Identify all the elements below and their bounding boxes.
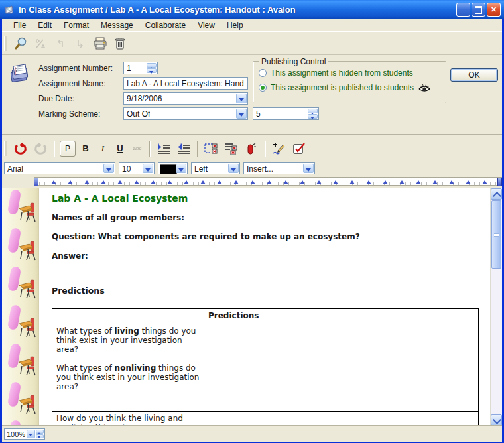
number-spinner[interactable] [147, 63, 157, 73]
tab-stop-marker[interactable] [101, 178, 106, 184]
decorative-margin [2, 188, 39, 426]
tab-stop-marker[interactable] [300, 178, 305, 184]
outdent-icon[interactable] [175, 140, 192, 157]
tab-stop-marker[interactable] [68, 178, 73, 184]
vertical-scrollbar[interactable] [490, 188, 502, 426]
search-icon[interactable] [12, 35, 29, 52]
alignment-select[interactable]: Left [191, 162, 240, 174]
tab-stop-marker[interactable] [51, 178, 56, 184]
redo-icon [32, 140, 49, 157]
tab-stop-marker[interactable] [200, 178, 206, 184]
answer-cell[interactable] [204, 361, 479, 412]
ruler-track[interactable] [34, 177, 502, 186]
delete-icon[interactable] [111, 35, 129, 52]
bold-button[interactable]: B [78, 141, 93, 156]
tab-stop-marker[interactable] [217, 178, 222, 184]
tab-stop-marker[interactable] [366, 178, 371, 184]
chevron-down-icon[interactable] [176, 164, 186, 173]
marking-scheme-select[interactable]: Out Of [123, 107, 248, 120]
tab-stop-marker[interactable] [184, 178, 189, 184]
menu-file[interactable]: File [7, 19, 32, 31]
insert-select[interactable]: Insert... [243, 162, 315, 174]
menu-view[interactable]: View [192, 19, 221, 31]
paragraph-style-button[interactable]: P [60, 141, 76, 157]
tab-stop-marker[interactable] [233, 178, 239, 184]
tab-stop-marker[interactable] [84, 178, 90, 184]
tab-stop-marker[interactable] [482, 178, 487, 184]
approve-checkbox-icon[interactable] [290, 140, 308, 157]
zoom-level-select[interactable]: 100% [4, 428, 45, 440]
radio-hidden-option[interactable]: This assignment is hidden from students [259, 68, 413, 78]
document-area[interactable]: Lab A - A Local Ecosystem Names of all g… [2, 188, 502, 426]
tab-stop-marker[interactable] [250, 178, 255, 184]
menu-message[interactable]: Message [95, 19, 139, 31]
indent-icon[interactable] [155, 140, 172, 157]
chevron-down-icon[interactable] [27, 430, 35, 438]
tab-stop-marker[interactable] [416, 178, 421, 184]
font-family-select[interactable]: Arial [4, 162, 115, 174]
value-spinner[interactable] [308, 109, 318, 119]
answer-cell[interactable] [204, 324, 479, 361]
answer-cell[interactable] [204, 412, 479, 427]
italic-button[interactable]: I [95, 141, 110, 156]
scrollbar-thumb[interactable] [491, 200, 501, 269]
menu-format[interactable]: Format [58, 19, 95, 31]
undo-icon[interactable] [12, 140, 29, 157]
tab-stop-marker[interactable] [134, 178, 139, 184]
menu-edit[interactable]: Edit [32, 19, 58, 31]
underline-button[interactable]: U [113, 141, 127, 156]
right-margin-marker[interactable] [497, 178, 502, 186]
chevron-down-icon[interactable] [236, 94, 247, 103]
chevron-down-icon[interactable] [303, 164, 314, 173]
tab-stop-marker[interactable] [151, 178, 156, 184]
chevron-down-icon[interactable] [228, 164, 239, 173]
field-list-icon[interactable] [223, 140, 240, 157]
chevron-down-icon[interactable] [236, 109, 247, 119]
due-date-select[interactable]: 9/18/2006 [123, 92, 248, 105]
recording-icon[interactable] [243, 140, 260, 157]
tab-stop-marker[interactable] [383, 178, 388, 184]
minimize-button[interactable]: _ [456, 3, 470, 17]
tab-stop-marker[interactable] [316, 178, 322, 184]
chevron-down-icon[interactable] [103, 164, 114, 173]
tab-stop-marker[interactable] [117, 178, 123, 184]
radio-icon[interactable] [259, 69, 267, 77]
window-title: In Class Assignment / Lab A - A Local Ec… [19, 5, 296, 15]
tab-stop-marker[interactable] [267, 178, 272, 184]
menu-help[interactable]: Help [221, 19, 249, 31]
ok-button[interactable]: OK [450, 68, 498, 82]
document-content[interactable]: Lab A - A Local Ecosystem Names of all g… [38, 188, 490, 426]
print-icon[interactable] [92, 35, 109, 52]
tab-stop-marker[interactable] [466, 178, 471, 184]
tab-stop-marker[interactable] [399, 178, 405, 184]
zoom-spinner[interactable] [36, 430, 44, 438]
assignment-number-stepper[interactable]: 1 [123, 62, 158, 74]
maximize-button[interactable] [472, 3, 485, 17]
margin-art-tile [2, 188, 38, 227]
menu-collaborate[interactable]: Collaborate [139, 19, 192, 31]
radio-published-option[interactable]: This assignment is published to students [259, 83, 431, 92]
scroll-up-icon[interactable] [491, 188, 502, 200]
add-signature-icon[interactable] [271, 140, 288, 157]
tab-stop-marker[interactable] [449, 178, 454, 184]
eye-icon [418, 84, 431, 92]
tab-stop-marker[interactable] [349, 178, 355, 184]
marking-value-stepper[interactable]: 5 [253, 107, 319, 120]
close-button[interactable]: ✕ [487, 3, 501, 17]
scroll-down-icon[interactable] [491, 414, 502, 426]
assignment-name-input[interactable]: Lab A - A Local Ecosystem: Hand [123, 77, 248, 90]
font-size-select[interactable]: 10 [119, 162, 155, 174]
left-margin-marker[interactable] [34, 178, 38, 186]
toolbar-grip[interactable] [4, 141, 7, 156]
field-select-icon[interactable] [203, 140, 220, 157]
tab-stop-marker[interactable] [167, 178, 172, 184]
tab-stop-marker[interactable] [283, 178, 288, 184]
desk-art-icon [18, 317, 36, 338]
toolbar-grip[interactable] [4, 36, 7, 51]
font-color-select[interactable] [158, 162, 188, 174]
radio-selected-icon[interactable] [259, 84, 267, 92]
titlebar[interactable]: In Class Assignment / Lab A - A Local Ec… [0, 0, 504, 19]
chevron-down-icon[interactable] [143, 164, 153, 173]
tab-stop-marker[interactable] [333, 178, 338, 184]
tab-stop-marker[interactable] [432, 178, 438, 184]
